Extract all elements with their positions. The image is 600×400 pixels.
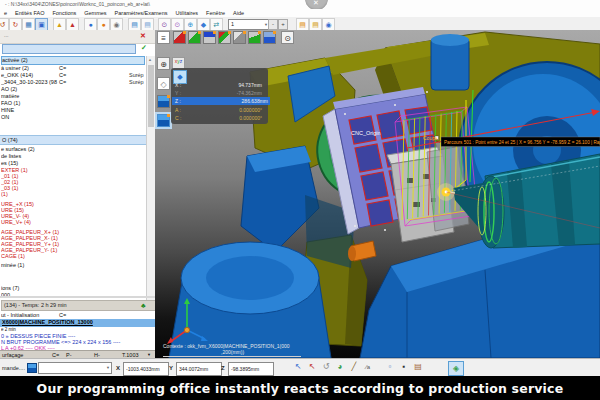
menu-item-utilitaires[interactable]: Utilitaires	[175, 10, 198, 16]
tree-item-label: e_OKK (414)	[1, 72, 33, 78]
z-axis-label: Z	[221, 365, 225, 371]
tree-item[interactable]: es (15)	[1, 160, 145, 167]
zoom-minus-button[interactable]: -	[268, 19, 278, 30]
path-tooltip-text: Parcours 501 : Point entre 24 et 25 | X …	[444, 140, 600, 145]
globe-view-icon[interactable]: ⊕	[157, 57, 170, 70]
point-icon[interactable]: ▫	[384, 361, 396, 373]
view-back-cube-icon[interactable]	[233, 31, 246, 44]
footer-col-c: C=	[52, 351, 59, 358]
x-coordinate-field[interactable]	[123, 362, 169, 376]
tree-item[interactable]: ions (7)	[1, 285, 145, 292]
command-comb-input[interactable]	[38, 362, 112, 374]
tree-item-label: à usiner (2)	[1, 65, 29, 71]
tree-filter-field[interactable]	[2, 44, 136, 54]
tree-item-selected[interactable]: activée (2)	[1, 56, 145, 65]
close-icon[interactable]: ✕	[140, 32, 146, 40]
tree-item[interactable]: e surfaces (2)	[1, 146, 145, 153]
view-left-cube-icon[interactable]	[188, 31, 201, 44]
measure-icon[interactable]: ╱	[348, 361, 360, 373]
tree-item-label: _3404_30-10-2023 (98	[1, 79, 57, 85]
coord-row-y: Y : -74.362mm	[175, 89, 264, 97]
shaded-cube-icon[interactable]	[157, 95, 170, 108]
coord-y-label: Y :	[175, 90, 181, 96]
cnc-origin-label: CNC_Origin	[351, 130, 381, 136]
tree-item[interactable]: e_OKK (414) C= Surép	[1, 72, 145, 79]
x-axis-label: X	[116, 365, 120, 371]
footer-title: urfaçage	[2, 351, 23, 358]
panel-splitter[interactable]	[0, 296, 155, 298]
coord-row-c: C : 0.000000°	[175, 114, 264, 122]
shade-icon[interactable]: ◕	[334, 361, 346, 373]
tree-item[interactable]: HINE	[1, 107, 145, 114]
main-toolbar: ↺ ↻ ▦ ▣ ▲ ▲ ● ● ◉ ▤ ▤ ⊙ ⊙ ⊕ ◆ ⇄ 1 - + ▤ …	[0, 17, 600, 31]
program-init-flag: C=	[59, 312, 66, 318]
program-init-row[interactable]: ut - Initialisation C=	[1, 312, 153, 318]
tree-item[interactable]: de listes	[1, 153, 145, 160]
y-coordinate-field[interactable]	[176, 362, 222, 376]
view-iso-axes-cube-icon[interactable]	[218, 31, 231, 44]
annotation-icon[interactable]: ∕a	[362, 361, 374, 373]
wireframe-cube-icon[interactable]: ◇	[157, 77, 170, 90]
view-count-combo[interactable]: 1	[228, 19, 270, 30]
program-summary-row[interactable]: (134) - Temps: 2 h 29 min ♣	[1, 300, 156, 311]
view-front-cube-icon[interactable]	[248, 31, 261, 44]
view-zoom-icon[interactable]: ⊙	[281, 31, 294, 44]
tree-item-flag: C=	[59, 72, 66, 79]
coord-z-value: 286.638mm	[242, 97, 268, 105]
coord-a-label: A :	[175, 107, 181, 113]
tree-item[interactable]: matière	[1, 93, 145, 100]
view-right-cube-icon[interactable]	[173, 31, 186, 44]
chevron-down-icon[interactable]: ▼	[147, 351, 151, 358]
view-top-cube-icon[interactable]	[203, 31, 216, 44]
menu-item-fonctions[interactable]: Fonctions	[52, 10, 76, 16]
tree-item-operation[interactable]: (1)	[1, 191, 145, 198]
menu-item-file[interactable]: e	[4, 10, 7, 16]
check-icon[interactable]: ✓	[141, 44, 147, 52]
node-icon[interactable]: ▪	[398, 361, 410, 373]
select-icon[interactable]: ↖	[292, 361, 304, 373]
layer-icon[interactable]: ▤	[412, 361, 424, 373]
menu-item-entites-fao[interactable]: Entités FAO	[15, 10, 44, 16]
scrollbar-thumb[interactable]	[148, 65, 154, 127]
command-label: mande....	[2, 365, 25, 371]
tree-item[interactable]: AO (2)	[1, 86, 145, 93]
coord-x-label: X :	[175, 82, 181, 88]
simulation-mode-icon[interactable]: ◈	[448, 361, 464, 376]
tree-item-operation[interactable]: URE_V+ (4)	[1, 219, 145, 226]
title-bar: - : N:\34xx\3404\ZONES\poincon\Worknc_01…	[0, 0, 600, 9]
footer-tool: T.1003	[122, 351, 139, 358]
tree-item-extra: Surép	[129, 79, 144, 86]
view-bottom-cube-icon[interactable]	[263, 31, 276, 44]
menu-item-fenetre[interactable]: Fenêtre	[206, 10, 225, 16]
window-title: - : N:\34xx\3404\ZONES\poincon\Worknc_01…	[5, 1, 150, 7]
menu-bar: e Entités FAO Fonctions Gemmes Paramètre…	[0, 9, 600, 17]
caption-text: Our programming office instantly reacts …	[37, 381, 564, 396]
tree-item[interactable]: FAO (1)	[1, 100, 145, 107]
coord-row-x: X : 94.737mm	[175, 81, 264, 89]
program-selected-row[interactable]: X6000|MACHINE_POSITION_13000	[0, 319, 155, 327]
menu-item-parametres[interactable]: Paramètres/Examens	[115, 10, 168, 16]
3d-viewport[interactable]: CNC_Origin Coupe Parcours 501 : Point en…	[155, 30, 600, 358]
z-coordinate-field[interactable]	[228, 362, 274, 376]
tree-item-operation[interactable]: CAGE (1)	[1, 253, 145, 260]
shaded-cube-selected-icon[interactable]	[157, 114, 170, 127]
command-cube-icon	[27, 363, 37, 373]
tree-item[interactable]: minée (1)	[1, 262, 145, 269]
tree-item[interactable]: ON	[1, 114, 145, 121]
tree-scrollbar[interactable]	[146, 56, 155, 306]
refresh-icon[interactable]: ↺	[320, 361, 332, 373]
tree-item-flag: C=	[59, 79, 66, 86]
coordinate-overlay: ◆ X : 94.737mm Y : -74.362mm Z : 286.638…	[171, 68, 268, 124]
zoom-plus-button[interactable]: +	[278, 19, 288, 30]
coord-c-label: C :	[175, 115, 181, 121]
menu-item-aide[interactable]: Aide	[233, 10, 244, 16]
coord-c-value: 0.000000°	[239, 114, 262, 122]
select-path-icon[interactable]: ↖	[306, 361, 318, 373]
view-menu-button[interactable]: ≡	[157, 31, 170, 44]
menu-item-gemmes[interactable]: Gemmes	[84, 10, 106, 16]
operations-tree-panel: ... ✕ ✓ activée (2) à usiner (2) C= e_OK…	[0, 30, 156, 358]
tree-item[interactable]: _3404_30-10-2023 (98 C= Surép	[1, 79, 145, 86]
tree-section-header[interactable]: O (74)	[0, 135, 155, 145]
tree-item[interactable]: à usiner (2) C=	[1, 65, 145, 72]
program-init-label: ut - Initialisation	[1, 312, 39, 318]
